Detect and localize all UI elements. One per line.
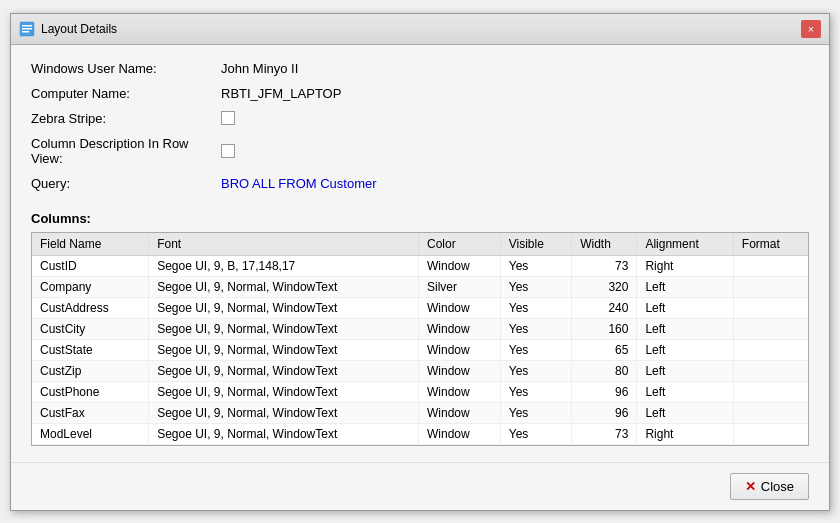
- cell-format: [733, 423, 808, 444]
- cell-width: 320: [572, 276, 637, 297]
- column-desc-row: Column Description In Row View:: [31, 136, 809, 166]
- cell-width: 240: [572, 297, 637, 318]
- cell-alignment: Left: [637, 360, 733, 381]
- cell-color: Window: [419, 255, 501, 276]
- table-row[interactable]: CompanySegoe UI, 9, Normal, WindowTextSi…: [32, 276, 808, 297]
- windows-user-value: John Minyo II: [221, 61, 298, 76]
- cell-format: [733, 402, 808, 423]
- zebra-stripe-row: Zebra Stripe:: [31, 111, 809, 126]
- table-row[interactable]: CustFaxSegoe UI, 9, Normal, WindowTextWi…: [32, 402, 808, 423]
- cell-visible: Yes: [500, 255, 571, 276]
- zebra-stripe-checkbox[interactable]: [221, 111, 235, 125]
- cell-field: ModLevel: [32, 423, 149, 444]
- computer-name-value: RBTI_JFM_LAPTOP: [221, 86, 341, 101]
- table-row[interactable]: CustCitySegoe UI, 9, Normal, WindowTextW…: [32, 318, 808, 339]
- cell-format: [733, 255, 808, 276]
- cell-visible: Yes: [500, 360, 571, 381]
- cell-color: Window: [419, 339, 501, 360]
- query-label: Query:: [31, 176, 221, 191]
- cell-visible: Yes: [500, 381, 571, 402]
- cell-format: [733, 297, 808, 318]
- close-icon: ✕: [745, 479, 756, 494]
- cell-field: Company: [32, 276, 149, 297]
- table-row[interactable]: CustIDSegoe UI, 9, B, 17,148,17WindowYes…: [32, 255, 808, 276]
- layout-details-dialog: Layout Details × Windows User Name: John…: [10, 13, 830, 511]
- cell-visible: Yes: [500, 423, 571, 444]
- cell-color: Window: [419, 297, 501, 318]
- close-label: Close: [761, 479, 794, 494]
- cell-font: Segoe UI, 9, Normal, WindowText: [149, 381, 419, 402]
- cell-field: CustPhone: [32, 381, 149, 402]
- cell-visible: Yes: [500, 339, 571, 360]
- column-desc-label: Column Description In Row View:: [31, 136, 221, 166]
- cell-font: Segoe UI, 9, Normal, WindowText: [149, 318, 419, 339]
- dialog-body: Windows User Name: John Minyo II Compute…: [11, 45, 829, 462]
- table-row[interactable]: ModLevelSegoe UI, 9, Normal, WindowTextW…: [32, 423, 808, 444]
- cell-alignment: Left: [637, 276, 733, 297]
- table-body: CustIDSegoe UI, 9, B, 17,148,17WindowYes…: [32, 255, 808, 444]
- dialog-title: Layout Details: [41, 22, 117, 36]
- computer-name-row: Computer Name: RBTI_JFM_LAPTOP: [31, 86, 809, 101]
- table-row[interactable]: CustAddressSegoe UI, 9, Normal, WindowTe…: [32, 297, 808, 318]
- cell-field: CustID: [32, 255, 149, 276]
- cell-font: Segoe UI, 9, Normal, WindowText: [149, 360, 419, 381]
- cell-visible: Yes: [500, 318, 571, 339]
- cell-visible: Yes: [500, 297, 571, 318]
- cell-format: [733, 276, 808, 297]
- cell-color: Window: [419, 360, 501, 381]
- cell-visible: Yes: [500, 276, 571, 297]
- col-header-alignment: Alignment: [637, 233, 733, 256]
- cell-width: 80: [572, 360, 637, 381]
- title-bar: Layout Details ×: [11, 14, 829, 45]
- cell-font: Segoe UI, 9, Normal, WindowText: [149, 297, 419, 318]
- cell-field: CustCity: [32, 318, 149, 339]
- col-header-width: Width: [572, 233, 637, 256]
- cell-alignment: Left: [637, 339, 733, 360]
- cell-color: Window: [419, 402, 501, 423]
- cell-alignment: Left: [637, 318, 733, 339]
- cell-format: [733, 339, 808, 360]
- svg-rect-3: [22, 31, 29, 33]
- cell-color: Window: [419, 318, 501, 339]
- dialog-footer: ✕ Close: [11, 462, 829, 510]
- columns-table-container[interactable]: Field Name Font Color Visible Width Alig…: [31, 232, 809, 446]
- table-row[interactable]: CustPhoneSegoe UI, 9, Normal, WindowText…: [32, 381, 808, 402]
- title-bar-left: Layout Details: [19, 21, 117, 37]
- dialog-icon: [19, 21, 35, 37]
- table-row[interactable]: CustStateSegoe UI, 9, Normal, WindowText…: [32, 339, 808, 360]
- svg-rect-2: [22, 28, 32, 30]
- cell-format: [733, 381, 808, 402]
- col-header-field: Field Name: [32, 233, 149, 256]
- windows-user-row: Windows User Name: John Minyo II: [31, 61, 809, 76]
- table-header-row: Field Name Font Color Visible Width Alig…: [32, 233, 808, 256]
- col-header-color: Color: [419, 233, 501, 256]
- cell-color: Silver: [419, 276, 501, 297]
- cell-width: 160: [572, 318, 637, 339]
- title-close-button[interactable]: ×: [801, 20, 821, 38]
- cell-format: [733, 318, 808, 339]
- cell-field: CustAddress: [32, 297, 149, 318]
- cell-alignment: Left: [637, 297, 733, 318]
- close-button[interactable]: ✕ Close: [730, 473, 809, 500]
- cell-visible: Yes: [500, 402, 571, 423]
- cell-color: Window: [419, 423, 501, 444]
- column-desc-checkbox[interactable]: [221, 144, 235, 158]
- query-value: BRO ALL FROM Customer: [221, 176, 377, 191]
- cell-alignment: Left: [637, 402, 733, 423]
- computer-name-label: Computer Name:: [31, 86, 221, 101]
- col-header-font: Font: [149, 233, 419, 256]
- query-row: Query: BRO ALL FROM Customer: [31, 176, 809, 191]
- zebra-stripe-label: Zebra Stripe:: [31, 111, 221, 126]
- svg-rect-1: [22, 25, 32, 27]
- cell-alignment: Right: [637, 423, 733, 444]
- columns-section-label: Columns:: [31, 211, 809, 226]
- cell-font: Segoe UI, 9, Normal, WindowText: [149, 339, 419, 360]
- columns-table: Field Name Font Color Visible Width Alig…: [32, 233, 808, 445]
- windows-user-label: Windows User Name:: [31, 61, 221, 76]
- cell-width: 73: [572, 423, 637, 444]
- table-row[interactable]: CustZipSegoe UI, 9, Normal, WindowTextWi…: [32, 360, 808, 381]
- cell-width: 73: [572, 255, 637, 276]
- cell-alignment: Left: [637, 381, 733, 402]
- cell-font: Segoe UI, 9, Normal, WindowText: [149, 423, 419, 444]
- cell-field: CustZip: [32, 360, 149, 381]
